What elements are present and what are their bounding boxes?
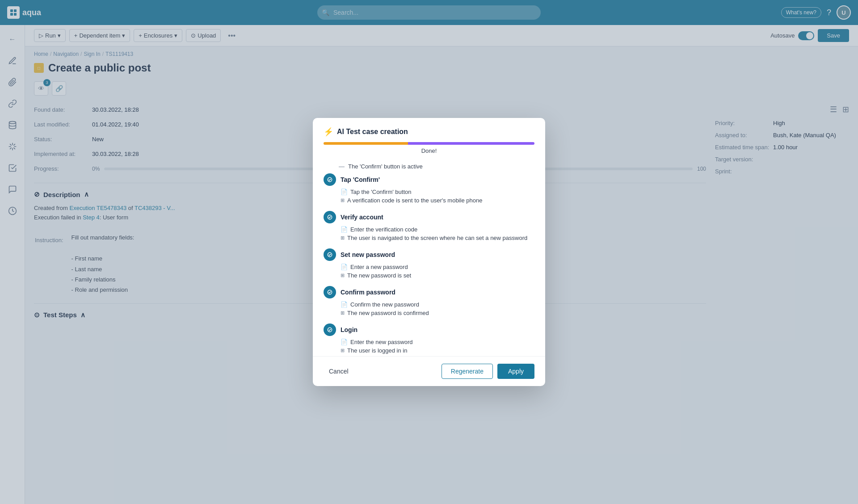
- step-result: ⊞ The new password is confirmed: [341, 310, 534, 316]
- modal-header: ⚡ AI Test case creation: [313, 118, 545, 142]
- step-circle: [324, 286, 336, 298]
- modal-footer: Cancel Regenerate Apply: [313, 356, 545, 386]
- step-item: Tap 'Confirm' 📄 Tap the 'Confirm' button…: [324, 173, 534, 204]
- step-result: ⊞ The user is navigated to the screen wh…: [341, 235, 534, 241]
- step-details: 📄 Enter a new password ⊞ The new passwor…: [341, 264, 534, 279]
- result-text: A verification code is sent to the user'…: [347, 197, 482, 204]
- step-result: ⊞ The user is logged in in: [341, 347, 534, 354]
- step-circle: [324, 173, 336, 186]
- modal-title: AI Test case creation: [337, 128, 408, 136]
- grid-icon: ⊞: [341, 310, 345, 316]
- step-header: Confirm password: [324, 286, 534, 298]
- step-result: ⊞ The new password is set: [341, 272, 534, 279]
- step-header: Set new password: [324, 248, 534, 261]
- step-circle: [324, 248, 336, 261]
- cancel-button[interactable]: Cancel: [324, 364, 354, 378]
- footer-right: Regenerate Apply: [442, 364, 534, 379]
- step-title: Verify account: [341, 214, 383, 221]
- step-item: Login 📄 Enter the new password ⊞ The use…: [324, 323, 534, 354]
- modal-steps: Tap 'Confirm' 📄 Tap the 'Confirm' button…: [324, 173, 534, 354]
- step-details: 📄 Enter the new password ⊞ The user is l…: [341, 339, 534, 354]
- step-action: 📄 Enter a new password: [341, 264, 534, 270]
- action-text: Enter a new password: [350, 264, 408, 270]
- step-header: Login: [324, 323, 534, 336]
- action-text: Tap the 'Confirm' button: [350, 189, 411, 195]
- step-details: 📄 Tap the 'Confirm' button ⊞ A verificat…: [341, 189, 534, 204]
- step-result: ⊞ A verification code is sent to the use…: [341, 197, 534, 204]
- step-details: 📄 Enter the verification code ⊞ The user…: [341, 226, 534, 241]
- step-details: 📄 Confirm the new password ⊞ The new pas…: [341, 301, 534, 316]
- action-text: Enter the verification code: [350, 226, 417, 233]
- step-header: Tap 'Confirm': [324, 173, 534, 186]
- apply-button[interactable]: Apply: [497, 364, 534, 379]
- step-item: Verify account 📄 Enter the verification …: [324, 211, 534, 241]
- modal-progress-section: Done!: [313, 142, 545, 160]
- doc-icon: 📄: [341, 339, 348, 345]
- step-circle: [324, 211, 336, 223]
- result-text: The new password is set: [347, 272, 411, 279]
- step-title: Login: [341, 326, 358, 333]
- result-text: The user is logged in in: [347, 347, 407, 354]
- result-text: The new password is confirmed: [347, 310, 429, 316]
- step-item: Confirm password 📄 Confirm the new passw…: [324, 286, 534, 316]
- modal-body: — The 'Confirm' button is active Tap 'Co…: [313, 160, 545, 356]
- step-item: Set new password 📄 Enter a new password …: [324, 248, 534, 279]
- step-title: Tap 'Confirm': [341, 176, 380, 183]
- modal-overlay[interactable]: ⚡ AI Test case creation Done! — The 'Con…: [0, 0, 858, 504]
- step-header: Verify account: [324, 211, 534, 223]
- action-text: Confirm the new password: [350, 301, 419, 308]
- grid-icon: ⊞: [341, 197, 345, 203]
- step-action: 📄 Tap the 'Confirm' button: [341, 189, 534, 195]
- step-action: 📄 Enter the new password: [341, 339, 534, 345]
- step-title: Set new password: [341, 251, 395, 258]
- partial-dash: —: [339, 163, 345, 170]
- doc-icon: 📄: [341, 301, 348, 308]
- modal: ⚡ AI Test case creation Done! — The 'Con…: [313, 118, 545, 386]
- grid-icon: ⊞: [341, 273, 345, 278]
- grid-icon: ⊞: [341, 235, 345, 241]
- partial-text: — The 'Confirm' button is active: [334, 163, 524, 170]
- step-title: Confirm password: [341, 289, 395, 296]
- doc-icon: 📄: [341, 226, 348, 233]
- doc-icon: 📄: [341, 189, 348, 195]
- result-text: The user is navigated to the screen wher…: [347, 235, 527, 241]
- partial-step: — The 'Confirm' button is active: [324, 163, 534, 170]
- regenerate-button[interactable]: Regenerate: [442, 364, 493, 379]
- step-circle: [324, 323, 336, 336]
- action-text: Enter the new password: [350, 339, 412, 345]
- modal-progress-bar: [324, 142, 534, 145]
- step-action: 📄 Enter the verification code: [341, 226, 534, 233]
- ai-icon: ⚡: [324, 127, 333, 137]
- partial-step-text: The 'Confirm' button is active: [348, 163, 423, 170]
- step-action: 📄 Confirm the new password: [341, 301, 534, 308]
- done-label: Done!: [324, 147, 534, 154]
- doc-icon: 📄: [341, 264, 348, 270]
- grid-icon: ⊞: [341, 348, 345, 353]
